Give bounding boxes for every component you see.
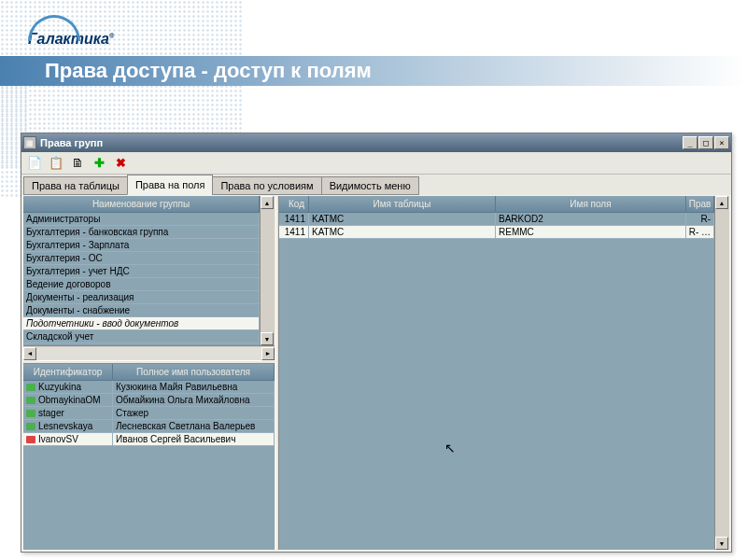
- tab-menu-visibility[interactable]: Видимость меню: [321, 176, 419, 195]
- scroll-left-icon[interactable]: ◄: [23, 347, 36, 360]
- toolbar-button-2[interactable]: 📋: [47, 154, 65, 173]
- minimize-button[interactable]: _: [683, 136, 698, 149]
- page-title: Права доступа - доступ к полям: [45, 59, 372, 83]
- window-titlebar[interactable]: ▦ Права групп _ □ ×: [21, 133, 731, 152]
- page-title-bar: Права доступа - доступ к полям: [0, 56, 747, 86]
- user-row[interactable]: ObmaykinaOMОбмайкина Ольга Михайловна: [23, 394, 275, 407]
- logo-icon: [28, 7, 75, 31]
- groups-hscroll[interactable]: ◄ ►: [23, 345, 275, 360]
- user-row[interactable]: KuzyukinaКузюкина Майя Равильевна: [23, 381, 275, 394]
- tab-field-rights[interactable]: Права на поля: [127, 175, 214, 195]
- group-row[interactable]: Документы - снабжение: [23, 304, 260, 317]
- toolbar-button-3[interactable]: 🗎: [68, 154, 87, 173]
- field-row[interactable]: 1411 KATMC BARKOD2 R-: [279, 213, 714, 226]
- group-row[interactable]: Администраторы: [23, 213, 260, 226]
- toolbar-add-button[interactable]: ✚: [90, 154, 108, 173]
- close-button[interactable]: ×: [714, 136, 729, 149]
- scroll-down-icon[interactable]: ▼: [715, 537, 728, 550]
- fields-vscroll[interactable]: ▼: [714, 213, 729, 550]
- content-area: Наименование группы ▲ Администраторы Бух…: [21, 195, 731, 552]
- fields-grid: Код Имя таблицы Имя поля Прав ▲ 1411 KAT…: [279, 196, 729, 550]
- col-code[interactable]: Код: [279, 196, 309, 213]
- tabbar: Права на таблицы Права на поля Права по …: [21, 175, 731, 195]
- user-row[interactable]: LesnevskayaЛесневская Светлана Валерьев: [23, 420, 275, 433]
- toolbar-button-1[interactable]: 📄: [25, 154, 44, 173]
- toolbar: 📄 📋 🗎 ✚ ✖: [21, 152, 731, 175]
- app-window: ▦ Права групп _ □ × 📄 📋 🗎 ✚ ✖ Права на т…: [21, 133, 732, 553]
- right-pane: Код Имя таблицы Имя поля Прав ▲ 1411 KAT…: [279, 196, 729, 550]
- left-pane: Наименование группы ▲ Администраторы Бух…: [23, 196, 275, 550]
- col-table-name[interactable]: Имя таблицы: [309, 196, 496, 213]
- scroll-right-icon[interactable]: ►: [261, 347, 275, 360]
- tab-table-rights[interactable]: Права на таблицы: [23, 176, 128, 195]
- user-icon: [26, 423, 35, 430]
- tab-condition-rights[interactable]: Права по условиям: [212, 176, 321, 195]
- window-title: Права групп: [40, 137, 683, 148]
- group-row[interactable]: Складской учет: [23, 330, 260, 343]
- col-rights[interactable]: Прав: [686, 196, 714, 213]
- user-icon: [26, 384, 35, 391]
- col-group-name[interactable]: Наименование группы: [23, 196, 260, 213]
- user-icon: [26, 397, 35, 404]
- groups-vscroll-top: ▲: [260, 196, 275, 213]
- maximize-button[interactable]: □: [698, 136, 713, 149]
- groups-grid: Наименование группы ▲ Администраторы Бух…: [23, 196, 275, 360]
- user-row-selected[interactable]: IvanovSVИванов Сергей Васильевич: [23, 433, 275, 446]
- col-full-name[interactable]: Полное имя пользователя: [113, 364, 275, 381]
- group-row[interactable]: Документы - реализация: [23, 291, 260, 304]
- app-icon: ▦: [23, 136, 36, 149]
- scroll-down-icon[interactable]: ▼: [261, 332, 274, 345]
- group-row[interactable]: Бухгалтерия - учет НДС: [23, 265, 260, 278]
- group-row[interactable]: Бухгалтерия - ОС: [23, 252, 260, 265]
- group-row-selected[interactable]: Подотчетники - ввод документов: [23, 317, 260, 330]
- brand-area: Галактика®: [28, 7, 114, 48]
- toolbar-delete-button[interactable]: ✖: [111, 154, 130, 173]
- users-grid: Идентификатор Полное имя пользователя Ku…: [23, 364, 275, 550]
- group-row[interactable]: Бухгалтерия - Зарплата: [23, 239, 260, 252]
- fields-vscroll-top: ▲: [714, 196, 729, 213]
- group-row[interactable]: Ведение договоров: [23, 278, 260, 291]
- col-field-name[interactable]: Имя поля: [496, 196, 686, 213]
- user-icon: [26, 436, 35, 443]
- col-identifier[interactable]: Идентификатор: [23, 364, 113, 381]
- user-icon: [26, 410, 35, 417]
- groups-vscroll[interactable]: ▼: [260, 213, 275, 345]
- field-row-selected[interactable]: 1411 KATMC REMMC R- …: [279, 226, 714, 239]
- user-row[interactable]: stagerСтажер: [23, 407, 275, 420]
- scroll-up-icon[interactable]: ▲: [715, 196, 728, 209]
- group-row[interactable]: Бухгалтерия - банковская группа: [23, 226, 260, 239]
- scroll-up-icon[interactable]: ▲: [261, 196, 274, 209]
